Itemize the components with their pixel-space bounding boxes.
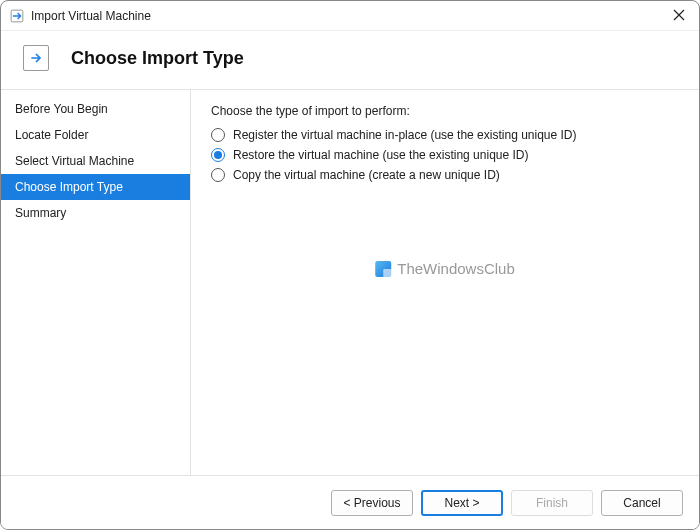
titlebar: Import Virtual Machine: [1, 1, 699, 31]
option-restore-vm[interactable]: Restore the virtual machine (use the exi…: [211, 148, 679, 162]
option-label: Register the virtual machine in-place (u…: [233, 128, 577, 142]
window-title: Import Virtual Machine: [31, 9, 651, 23]
sidebar-item-locate-folder[interactable]: Locate Folder: [1, 122, 190, 148]
wizard-sidebar: Before You Begin Locate Folder Select Vi…: [1, 90, 191, 475]
previous-button[interactable]: < Previous: [331, 490, 413, 516]
wizard-body: Before You Begin Locate Folder Select Vi…: [1, 89, 699, 475]
option-copy-vm[interactable]: Copy the virtual machine (create a new u…: [211, 168, 679, 182]
content-prompt: Choose the type of import to perform:: [211, 104, 679, 118]
next-button[interactable]: Next >: [421, 490, 503, 516]
option-label: Restore the virtual machine (use the exi…: [233, 148, 528, 162]
sidebar-item-select-vm[interactable]: Select Virtual Machine: [1, 148, 190, 174]
radio-icon: [211, 128, 225, 142]
watermark: TheWindowsClub: [375, 260, 515, 277]
close-button[interactable]: [651, 7, 691, 25]
radio-icon: [211, 148, 225, 162]
sidebar-item-before-you-begin[interactable]: Before You Begin: [1, 96, 190, 122]
wizard-window: Import Virtual Machine Choose Import Typ…: [0, 0, 700, 530]
wizard-footer: < Previous Next > Finish Cancel: [1, 475, 699, 529]
page-title: Choose Import Type: [71, 48, 244, 69]
watermark-icon: [375, 261, 391, 277]
sidebar-item-summary[interactable]: Summary: [1, 200, 190, 226]
option-label: Copy the virtual machine (create a new u…: [233, 168, 500, 182]
watermark-text: TheWindowsClub: [397, 260, 515, 277]
wizard-header: Choose Import Type: [1, 31, 699, 89]
import-icon: [23, 45, 49, 71]
radio-icon: [211, 168, 225, 182]
sidebar-item-choose-import-type[interactable]: Choose Import Type: [1, 174, 190, 200]
cancel-button[interactable]: Cancel: [601, 490, 683, 516]
wizard-content: Choose the type of import to perform: Re…: [191, 90, 699, 475]
option-register-in-place[interactable]: Register the virtual machine in-place (u…: [211, 128, 679, 142]
app-icon: [9, 8, 25, 24]
finish-button: Finish: [511, 490, 593, 516]
